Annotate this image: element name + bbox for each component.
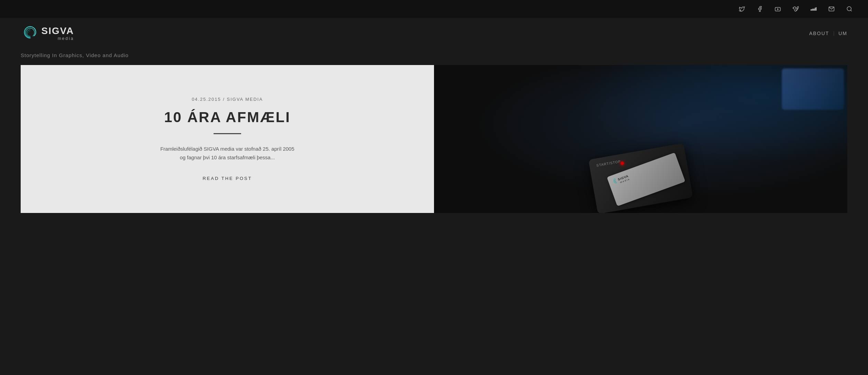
post-divider — [214, 133, 241, 134]
svg-line-4 — [850, 10, 851, 11]
post-card: 04.25.2015 / SIGVA MEDIA 10 ÁRA AFMÆLI F… — [21, 65, 434, 213]
post-excerpt: Framleiðslufélagið SIGVA media var stofn… — [158, 144, 296, 162]
nav-links: ABOUT | UM — [809, 31, 847, 36]
blue-highlight — [782, 68, 844, 110]
email-icon[interactable] — [827, 4, 836, 14]
post-meta: 04.25.2015 / SIGVA MEDIA — [192, 97, 263, 102]
soundcloud-icon[interactable] — [809, 4, 818, 14]
nav-sep: | — [833, 31, 834, 36]
logo-area[interactable]: SIGVA media — [21, 24, 74, 43]
camera-scene: START/STOP SIGVA media — [434, 65, 847, 213]
post-title: 10 ÁRA AFMÆLI — [164, 109, 290, 126]
top-bar — [0, 0, 868, 18]
main-content: 04.25.2015 / SIGVA MEDIA 10 ÁRA AFMÆLI F… — [21, 65, 847, 213]
header: SIGVA media ABOUT | UM — [0, 18, 868, 49]
nav-about[interactable]: ABOUT — [809, 31, 829, 36]
nav-um[interactable]: UM — [838, 31, 847, 36]
camera-badge-logo: SIGVA media — [612, 171, 635, 187]
svg-marker-1 — [777, 8, 779, 10]
camera-body: START/STOP SIGVA media — [588, 143, 693, 213]
logo-brand: SIGVA — [41, 26, 74, 36]
logo-sub: media — [41, 36, 74, 41]
twitter-icon[interactable] — [737, 4, 747, 14]
facebook-icon[interactable] — [755, 4, 765, 14]
youtube-icon[interactable] — [773, 4, 783, 14]
search-icon[interactable] — [845, 4, 854, 14]
logo-text: SIGVA media — [41, 26, 74, 41]
tagline: Storytelling In Graphics, Video and Audi… — [0, 49, 868, 65]
post-image: START/STOP SIGVA media — [434, 65, 847, 213]
read-post-button[interactable]: READ THE POST — [203, 176, 252, 181]
vimeo-icon[interactable] — [791, 4, 800, 14]
svg-point-3 — [847, 7, 851, 11]
logo-spiral-icon — [21, 24, 40, 43]
